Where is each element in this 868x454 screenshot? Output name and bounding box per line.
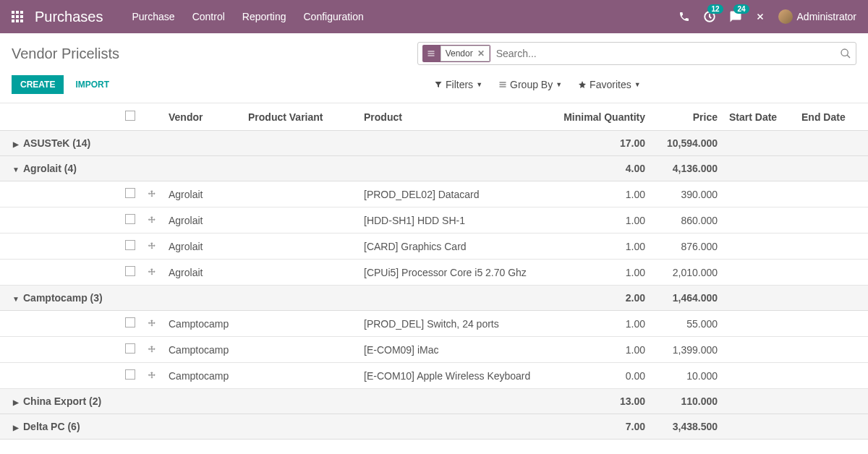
col-end[interactable]: End Date: [796, 103, 868, 131]
caret-right-icon: ▶: [12, 398, 20, 406]
row-checkbox[interactable]: [125, 266, 135, 276]
drag-handle-icon[interactable]: [147, 189, 157, 200]
table-row[interactable]: Agrolait[CARD] Graphics Card1.00876.000: [0, 234, 868, 260]
menu-configuration[interactable]: Configuration: [304, 11, 364, 22]
group-qty: 4.00: [550, 156, 651, 181]
drag-handle-icon[interactable]: [147, 215, 157, 226]
filters-button[interactable]: Filters ▼: [434, 79, 482, 90]
row-checkbox[interactable]: [125, 369, 135, 380]
cell-start: [723, 260, 796, 286]
group-price: 10,594.000: [651, 131, 723, 156]
list-icon: [422, 49, 440, 58]
cell-vendor: Agrolait: [163, 207, 242, 234]
group-price: 110.000: [651, 389, 723, 414]
group-qty: 13.00: [550, 389, 651, 414]
group-row[interactable]: ▼Agrolait (4)4.004,136.000: [0, 156, 868, 181]
cell-product: [E-COM09] iMac: [358, 337, 550, 363]
cell-variant: [242, 234, 358, 260]
table-row[interactable]: Agrolait[CPUi5] Processor Core i5 2.70 G…: [0, 260, 868, 286]
cell-vendor: Agrolait: [163, 234, 242, 260]
drag-handle-icon[interactable]: [147, 241, 157, 252]
table-row[interactable]: Camptocamp[E-COM09] iMac1.001,399.000: [0, 337, 868, 363]
app-title[interactable]: Purchases: [35, 9, 103, 25]
activity-icon[interactable]: 12: [703, 10, 716, 23]
close-icon[interactable]: [755, 12, 765, 22]
col-qty[interactable]: Minimal Quantity: [550, 103, 651, 131]
main-navbar: Purchases Purchase Control Reporting Con…: [0, 0, 868, 33]
caret-down-icon: ▼: [12, 166, 20, 174]
avatar: [778, 9, 793, 24]
drag-handle-icon[interactable]: [147, 267, 157, 278]
create-button[interactable]: Create: [12, 75, 64, 94]
row-checkbox[interactable]: [125, 214, 135, 224]
group-row[interactable]: ▶Delta PC (6)7.003,438.500: [0, 414, 868, 440]
menu-control[interactable]: Control: [192, 11, 225, 22]
row-checkbox[interactable]: [125, 240, 135, 250]
cell-product: [PROD_DEL] Switch, 24 ports: [358, 311, 550, 337]
select-all-checkbox[interactable]: [125, 111, 135, 121]
cell-price: 55.000: [651, 311, 723, 337]
cell-end: [796, 207, 868, 234]
cell-product: [CARD] Graphics Card: [358, 234, 550, 260]
phone-icon[interactable]: [678, 11, 690, 22]
col-variant[interactable]: Product Variant: [242, 103, 358, 131]
group-name: ASUSTeK (14): [23, 137, 90, 149]
search-bar[interactable]: Vendor ✕: [417, 42, 856, 65]
group-price: 3,438.500: [651, 414, 723, 440]
table-row[interactable]: Camptocamp[E-COM10] Apple Wireless Keybo…: [0, 363, 868, 389]
main-menu: Purchase Control Reporting Configuration: [132, 11, 678, 22]
group-price: 1,464.000: [651, 286, 723, 311]
cell-end: [796, 311, 868, 337]
search-icon[interactable]: [840, 48, 851, 59]
cell-vendor: Agrolait: [163, 181, 242, 207]
group-row[interactable]: ▶ASUSTeK (14)17.0010,594.000: [0, 131, 868, 156]
col-price[interactable]: Price: [651, 103, 723, 131]
activity-badge: 12: [707, 4, 723, 14]
svg-rect-0: [12, 11, 14, 14]
user-menu[interactable]: Administrator: [778, 9, 856, 24]
table-row[interactable]: Agrolait[PROD_DEL02] Datacard1.00390.000: [0, 181, 868, 207]
row-checkbox[interactable]: [125, 317, 135, 327]
col-product[interactable]: Product: [358, 103, 550, 131]
user-name: Administrator: [797, 11, 856, 22]
row-checkbox[interactable]: [125, 188, 135, 198]
cell-variant: [242, 181, 358, 207]
cell-vendor: Camptocamp: [163, 337, 242, 363]
import-button[interactable]: Import: [75, 80, 109, 90]
search-input[interactable]: [493, 48, 840, 59]
row-checkbox[interactable]: [125, 343, 135, 354]
groupby-button[interactable]: Group By ▼: [498, 79, 562, 90]
cell-end: [796, 260, 868, 286]
pricelist-table: Vendor Product Variant Product Minimal Q…: [0, 103, 868, 440]
group-qty: 2.00: [550, 286, 651, 311]
table-row[interactable]: Camptocamp[PROD_DEL] Switch, 24 ports1.0…: [0, 311, 868, 337]
caret-down-icon: ▼: [12, 295, 20, 303]
facet-label: Vendor: [446, 48, 473, 59]
facet-remove-icon[interactable]: ✕: [477, 48, 485, 59]
cell-qty: 0.00: [550, 363, 651, 389]
cell-start: [723, 363, 796, 389]
svg-rect-2: [20, 11, 23, 14]
menu-purchase[interactable]: Purchase: [132, 11, 175, 22]
cell-start: [723, 337, 796, 363]
cell-qty: 1.00: [550, 181, 651, 207]
apps-icon[interactable]: [12, 11, 23, 22]
cell-price: 860.000: [651, 207, 723, 234]
group-row[interactable]: ▼Camptocamp (3)2.001,464.000: [0, 286, 868, 311]
col-vendor[interactable]: Vendor: [163, 103, 242, 131]
drag-handle-icon[interactable]: [147, 345, 157, 355]
menu-reporting[interactable]: Reporting: [242, 11, 286, 22]
drag-handle-icon[interactable]: [147, 319, 157, 329]
group-name: Delta PC (6): [23, 421, 80, 432]
col-start[interactable]: Start Date: [723, 103, 796, 131]
cell-end: [796, 181, 868, 207]
caret-right-icon: ▶: [12, 140, 20, 148]
drag-handle-icon[interactable]: [147, 371, 157, 381]
cell-variant: [242, 337, 358, 363]
cell-product: [PROD_DEL02] Datacard: [358, 181, 550, 207]
messages-icon[interactable]: 24: [729, 10, 742, 23]
table-row[interactable]: Agrolait[HDD-SH1] HDD SH-11.00860.000: [0, 207, 868, 234]
group-row[interactable]: ▶China Export (2)13.00110.000: [0, 389, 868, 414]
cell-end: [796, 363, 868, 389]
favorites-button[interactable]: Favorites ▼: [578, 79, 641, 90]
